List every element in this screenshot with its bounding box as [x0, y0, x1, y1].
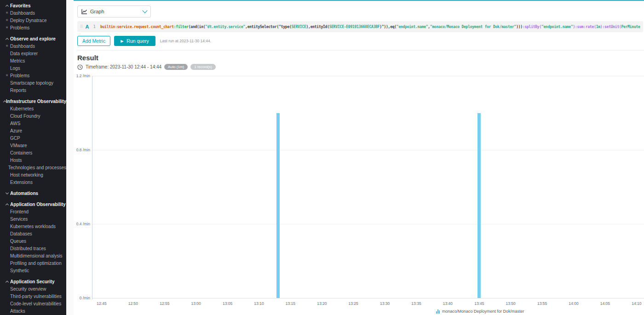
sidebar-section-label: Application Observability: [10, 202, 66, 207]
sidebar-item-databases[interactable]: Databases: [0, 230, 66, 237]
chevron-down-icon: [4, 192, 10, 195]
sidebar-item-label: Cloud Foundry: [10, 114, 40, 119]
sidebar-item-frontend[interactable]: Frontend: [0, 208, 66, 215]
sidebar-item-label: Data explorer: [10, 51, 38, 56]
sidebar-item-problems[interactable]: ★Problems: [0, 72, 66, 79]
sidebar-item-hosts[interactable]: Hosts: [0, 156, 66, 164]
sidebar-item-data-explorer[interactable]: Data explorer: [0, 50, 66, 57]
sidebar-item-aws[interactable]: AWS: [0, 120, 66, 127]
sidebar-item-label: Problems: [10, 73, 29, 78]
sidebar-section-label: Favorites: [10, 3, 30, 8]
x-axis-tick-label: 14:00: [569, 301, 578, 306]
sidebar-item-metrics[interactable]: Metrics: [0, 57, 66, 64]
query-token: builtin:service.request.count_chart: [100, 25, 174, 29]
sidebar-item-label: Smartscape topology: [10, 80, 53, 86]
query-code-input[interactable]: builtin:service.request.count_chart:filt…: [100, 25, 640, 29]
sidebar-item-label: Code-level vulnerabilities: [10, 301, 61, 306]
visualization-select[interactable]: Graph: [77, 6, 151, 17]
x-axis-tick-label: 12:45: [97, 301, 106, 306]
sidebar-item-label: Synthetic: [10, 268, 29, 273]
sidebar-item-gcp[interactable]: GCP: [0, 134, 66, 142]
sidebar-item-label: Attacks: [10, 309, 25, 314]
sidebar: Favorites★Dashboards★Deploy Dynatrace★Pr…: [0, 0, 66, 315]
sidebar-item-distributed-traces[interactable]: Distributed traces: [0, 245, 66, 252]
sidebar-item-reports[interactable]: Reports: [0, 86, 66, 94]
sidebar-item-logs[interactable]: Logs: [0, 64, 66, 72]
sidebar-item-vmware[interactable]: VMware: [0, 142, 66, 149]
chevron-up-icon: [4, 38, 10, 40]
x-axis-line: [92, 298, 644, 298]
sidebar-item-smartscape-topology[interactable]: Smartscape topology: [0, 79, 66, 86]
chart-legend[interactable]: monaco/Monaco Deployment for Dok/master: [436, 309, 524, 314]
query-token: SERVICE-E091913668ECA3BF: [329, 25, 380, 29]
query-token: )")),eq(: [380, 25, 397, 29]
query-token: (and(in(: [189, 25, 206, 29]
status-badge: Auto (1m): [164, 64, 188, 70]
sidebar-section-label: Automations: [10, 191, 38, 196]
query-token: ,entitySelector("type(: [245, 25, 291, 29]
sidebar-section-header[interactable]: Observe and explore: [0, 35, 66, 42]
sidebar-item-kubernetes[interactable]: Kubernetes: [0, 105, 66, 112]
sidebar-item-synthetic[interactable]: Synthetic: [0, 267, 66, 274]
status-badge: 1 record(s): [190, 64, 216, 70]
star-icon: ★: [4, 17, 10, 24]
line-chart-icon: [81, 9, 87, 14]
sidebar-item-extensions[interactable]: Extensions: [0, 178, 66, 186]
sidebar-item-label: Kubernetes workloads: [10, 224, 56, 229]
sidebar-item-security-overview[interactable]: Security overview: [0, 285, 66, 292]
sidebar-section-header[interactable]: Automations: [0, 189, 66, 197]
result-title: Result: [77, 54, 644, 62]
sidebar-item-cloud-foundry[interactable]: Cloud Foundry: [0, 112, 66, 120]
sidebar-item-queues[interactable]: Queues: [0, 237, 66, 245]
gridline: [92, 150, 644, 150]
sidebar-item-problems[interactable]: ★Problems: [0, 24, 66, 31]
x-axis-tick-label: 14:05: [600, 301, 610, 306]
sidebar-section-header[interactable]: Infrastructure Observability: [0, 97, 66, 105]
sidebar-item-technologies-and-processes[interactable]: Technologies and processes: [0, 164, 66, 171]
sidebar-item-label: Deploy Dynatrace: [10, 18, 46, 23]
sidebar-item-label: Logs: [10, 66, 20, 71]
drag-handle-icon[interactable]: ⠿: [80, 24, 83, 29]
result-chart: 0 /min0.4 /min0.8 /min1.2 /min12:4512:50…: [77, 73, 644, 314]
sidebar-item-label: Azure: [10, 128, 22, 133]
sidebar-item-host-networking[interactable]: Host networking: [0, 171, 66, 178]
chart-bar[interactable]: [477, 113, 481, 298]
gridline: [92, 224, 644, 224]
chart-bar[interactable]: [276, 113, 280, 298]
sidebar-item-profiling-and-optimization[interactable]: Profiling and optimization: [0, 259, 66, 267]
visualization-label: Graph: [90, 9, 143, 14]
sidebar-item-label: Metrics: [10, 58, 25, 63]
query-token: ),entityId(: [306, 25, 329, 29]
sidebar-item-azure[interactable]: Azure: [0, 127, 66, 134]
sidebar-item-kubernetes-workloads[interactable]: Kubernetes workloads: [0, 223, 66, 230]
sidebar-item-multidimensional-analysis[interactable]: Multidimensional analysis: [0, 252, 66, 259]
sidebar-item-dashboards[interactable]: ★Dashboards: [0, 9, 66, 17]
sidebar-scrollbar[interactable]: [66, 0, 74, 315]
sidebar-item-label: Problems: [10, 25, 29, 30]
run-query-button[interactable]: ▶ Run query: [114, 36, 155, 46]
query-token: "endpoint.name": [397, 25, 428, 29]
sidebar-item-label: Queues: [10, 239, 26, 244]
sidebar-section-header[interactable]: Application Security: [0, 278, 66, 285]
query-token: "monaco/Monaco Deployment for Dok/master…: [430, 25, 516, 29]
sidebar-item-label: Dashboards: [10, 44, 35, 49]
sidebar-item-services[interactable]: Services: [0, 215, 66, 223]
sidebar-section-label: Infrastructure Observability: [6, 99, 66, 104]
x-axis-tick-label: 13:50: [506, 301, 516, 306]
add-metric-button[interactable]: Add Metric: [77, 36, 110, 46]
sidebar-item-attacks[interactable]: Attacks: [0, 307, 66, 315]
y-axis-line: [92, 76, 92, 299]
sidebar-section-header[interactable]: Application Observability: [0, 200, 66, 208]
query-token: :filter: [174, 25, 189, 29]
sidebar-section-label: Observe and explore: [10, 36, 56, 41]
actions-row: Add Metric ▶ Run query Last run at 2023-…: [77, 36, 644, 46]
sidebar-item-third-party-vulnerabilities[interactable]: Third-party vulnerabilities: [0, 292, 66, 300]
sidebar-item-containers[interactable]: Containers: [0, 149, 66, 156]
sidebar-item-code-level-vulnerabilities[interactable]: Code-level vulnerabilities: [0, 300, 66, 307]
sidebar-item-dashboards[interactable]: ★Dashboards: [0, 42, 66, 50]
x-axis-tick-label: 14:10: [632, 301, 641, 306]
query-token: 1m: [596, 25, 600, 29]
sidebar-section-header[interactable]: Favorites: [0, 2, 66, 9]
sidebar-item-deploy-dynatrace[interactable]: ★Deploy Dynatrace: [0, 17, 66, 24]
x-axis-tick-label: 13:10: [254, 301, 264, 306]
